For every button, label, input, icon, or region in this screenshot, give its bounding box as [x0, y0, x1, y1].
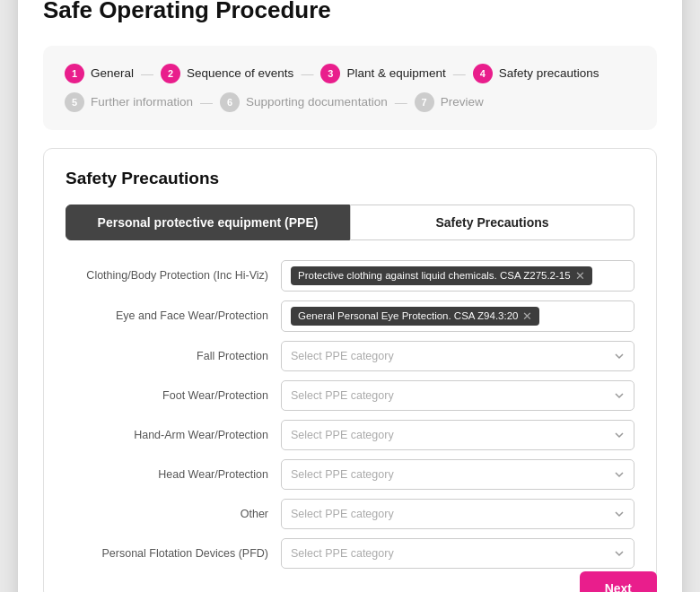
field-label-7: Personal Flotation Devices (PFD) — [66, 547, 281, 560]
step-dash-3: — — [453, 66, 466, 81]
steps-row-1: 1General—2Sequence of events—3Plant & eq… — [65, 64, 635, 83]
step-item-5[interactable]: 5Further information — [65, 92, 193, 112]
step-item-6[interactable]: 6Supporting documentation — [220, 92, 388, 112]
page-wrapper: Safe Operating Procedure 1General—2Seque… — [18, 0, 682, 592]
tag-close-0-0[interactable]: ✕ — [575, 269, 585, 283]
step-dash-1: — — [141, 66, 153, 81]
field-input-wrap-1: General Personal Eye Protection. CSA Z94… — [281, 300, 634, 332]
steps-row-2: 5Further information—6Supporting documen… — [65, 92, 635, 112]
select-3[interactable]: Select PPE category — [281, 380, 634, 411]
select-2[interactable]: Select PPE category — [281, 341, 634, 371]
field-input-wrap-7: Select PPE category — [281, 538, 634, 569]
step-dash-2: — — [301, 66, 313, 81]
tab-btn-0[interactable]: Personal protective equipment (PPE) — [66, 205, 350, 240]
tab-row: Personal protective equipment (PPE)Safet… — [66, 205, 634, 240]
field-input-wrap-0: Protective clothing against liquid chemi… — [281, 260, 634, 292]
field-label-4: Hand-Arm Wear/Protection — [66, 429, 281, 441]
field-label-6: Other — [66, 508, 281, 520]
step-item-2[interactable]: 2Sequence of events — [161, 64, 293, 83]
step-dash-r2-5: — — [200, 95, 213, 109]
step-dash-r2-6: — — [395, 95, 407, 109]
step-num-2: 2 — [161, 64, 180, 83]
select-6[interactable]: Select PPE category — [281, 499, 634, 529]
step-label-2: Sequence of events — [187, 66, 293, 80]
step-item-1[interactable]: 1General — [65, 64, 134, 83]
field-input-wrap-2: Select PPE category — [281, 341, 634, 371]
tab-btn-1[interactable]: Safety Precautions — [350, 205, 634, 240]
tag-label-0-0: Protective clothing against liquid chemi… — [298, 270, 571, 281]
field-row-7: Personal Flotation Devices (PFD)Select P… — [66, 538, 634, 569]
tag-0-0: Protective clothing against liquid chemi… — [291, 266, 592, 285]
field-label-2: Fall Protection — [66, 350, 281, 362]
steps-card: 1General—2Sequence of events—3Plant & eq… — [43, 46, 657, 130]
field-label-0: Clothing/Body Protection (Inc Hi-Viz) — [66, 269, 281, 282]
step-label-4: Safety precautions — [499, 66, 599, 80]
step-num-3: 3 — [320, 64, 340, 83]
step-item-4[interactable]: 4Safety precautions — [473, 64, 599, 83]
field-row-3: Foot Wear/ProtectionSelect PPE category — [66, 380, 634, 411]
step-label-7: Preview — [441, 95, 484, 109]
fields-container: Clothing/Body Protection (Inc Hi-Viz)Pro… — [66, 260, 634, 569]
step-num-6: 6 — [220, 92, 240, 112]
field-input-wrap-3: Select PPE category — [281, 380, 634, 411]
field-row-5: Head Wear/ProtectionSelect PPE category — [66, 459, 634, 490]
next-button[interactable]: Next — [580, 571, 657, 593]
step-num-7: 7 — [415, 92, 434, 112]
tag-input-0[interactable]: Protective clothing against liquid chemi… — [281, 260, 634, 292]
section-title: Safety Precautions — [66, 169, 634, 188]
select-4[interactable]: Select PPE category — [281, 420, 634, 450]
field-row-0: Clothing/Body Protection (Inc Hi-Viz)Pro… — [66, 260, 634, 292]
field-input-wrap-4: Select PPE category — [281, 420, 634, 450]
step-num-5: 5 — [65, 92, 84, 112]
step-label-6: Supporting documentation — [246, 95, 388, 109]
field-row-6: OtherSelect PPE category — [66, 499, 634, 529]
step-label-1: General — [91, 66, 134, 80]
step-item-3[interactable]: 3Plant & equipment — [320, 64, 445, 83]
tag-label-1-0: General Personal Eye Protection. CSA Z94… — [298, 310, 518, 321]
field-label-3: Foot Wear/Protection — [66, 389, 281, 402]
content-card: Safety Precautions Personal protective e… — [43, 148, 657, 593]
tag-close-1-0[interactable]: ✕ — [522, 309, 532, 323]
select-5[interactable]: Select PPE category — [281, 459, 634, 490]
step-num-1: 1 — [65, 64, 84, 83]
step-item-7[interactable]: 7Preview — [415, 92, 484, 112]
field-row-4: Hand-Arm Wear/ProtectionSelect PPE categ… — [66, 420, 634, 450]
field-row-2: Fall ProtectionSelect PPE category — [66, 341, 634, 371]
field-label-5: Head Wear/Protection — [66, 468, 281, 481]
field-label-1: Eye and Face Wear/Protection — [66, 309, 281, 322]
tag-input-1[interactable]: General Personal Eye Protection. CSA Z94… — [281, 300, 634, 332]
step-label-5: Further information — [91, 95, 193, 109]
step-label-3: Plant & equipment — [346, 66, 445, 80]
select-7[interactable]: Select PPE category — [281, 538, 634, 569]
page-title: Safe Operating Procedure — [43, 0, 657, 24]
field-row-1: Eye and Face Wear/ProtectionGeneral Pers… — [66, 300, 634, 332]
field-input-wrap-5: Select PPE category — [281, 459, 634, 490]
field-input-wrap-6: Select PPE category — [281, 499, 634, 529]
tag-1-0: General Personal Eye Protection. CSA Z94… — [291, 307, 539, 326]
step-num-4: 4 — [473, 64, 493, 83]
